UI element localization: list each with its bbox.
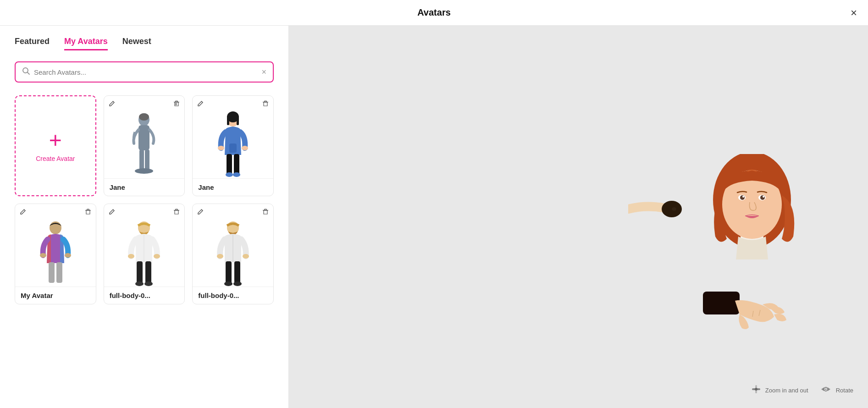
svg-rect-27 (56, 262, 62, 283)
avatar-card-jane-1[interactable]: Jane (104, 95, 185, 196)
fullbody-2-name: full-body-0... (193, 287, 273, 304)
svg-rect-41 (265, 209, 267, 210)
card-actions-fullbody-1 (108, 208, 181, 217)
svg-line-1 (28, 72, 30, 75)
avatar-card-fullbody-1[interactable]: full-body-0... (104, 204, 185, 304)
svg-point-22 (233, 172, 240, 177)
avatar-head-3d (702, 154, 802, 261)
svg-rect-6 (139, 149, 144, 170)
avatar-hand-right-3d (703, 292, 795, 353)
svg-rect-34 (137, 261, 143, 283)
edit-my-avatar-button[interactable] (19, 208, 27, 217)
svg-rect-14 (227, 116, 229, 125)
svg-point-29 (65, 253, 71, 258)
card-actions-jane-2 (196, 99, 270, 109)
close-button[interactable]: × (851, 7, 857, 18)
svg-point-47 (233, 281, 242, 286)
jane-2-name: Jane (193, 178, 273, 196)
svg-point-37 (144, 281, 153, 286)
search-box: × (15, 61, 274, 83)
svg-point-39 (154, 254, 160, 259)
svg-rect-19 (227, 154, 232, 175)
rotate-control-hint: Rotate (819, 384, 853, 397)
avatar-grid: + Create Avatar (15, 95, 274, 304)
svg-point-60 (672, 207, 676, 211)
delete-jane-2-button[interactable] (261, 99, 270, 109)
svg-point-68 (825, 389, 826, 390)
card-actions-jane-1 (108, 99, 181, 109)
delete-my-avatar-button[interactable] (84, 208, 92, 217)
svg-rect-15 (237, 116, 239, 125)
svg-point-21 (226, 172, 233, 177)
zoom-label: Zoom in and out (765, 387, 808, 394)
delete-jane-1-button[interactable] (172, 99, 181, 109)
avatar-hand-left-3d (628, 191, 683, 229)
tab-my-avatars[interactable]: My Avatars (64, 37, 108, 50)
svg-rect-35 (145, 261, 151, 283)
viewer-controls: Zoom in and out Rotate (751, 384, 853, 397)
svg-rect-3 (176, 101, 178, 102)
left-panel: Featured My Avatars Newest × + Create Av… (0, 26, 289, 408)
svg-rect-61 (703, 292, 740, 314)
delete-fullbody-2-button[interactable] (261, 208, 270, 217)
rotate-label: Rotate (836, 387, 853, 394)
3d-viewer: Zoom in and out Rotate (289, 26, 868, 408)
my-avatar-name: My Avatar (15, 287, 96, 304)
svg-point-38 (128, 254, 134, 259)
svg-point-9 (139, 113, 149, 121)
modal-header: Avatars × (0, 0, 868, 26)
svg-rect-11 (265, 101, 267, 102)
svg-rect-5 (138, 125, 149, 150)
svg-point-46 (224, 281, 232, 286)
svg-point-17 (218, 146, 224, 150)
svg-point-57 (742, 196, 744, 198)
svg-point-18 (242, 146, 248, 150)
svg-point-48 (217, 254, 223, 259)
delete-fullbody-1-button[interactable] (172, 208, 181, 217)
edit-jane-1-button[interactable] (108, 99, 116, 109)
svg-point-36 (135, 281, 144, 286)
rotate-icon (819, 384, 832, 397)
svg-rect-16 (229, 143, 237, 153)
zoom-icon (751, 384, 762, 397)
modal-body: Featured My Avatars Newest × + Create Av… (0, 26, 868, 408)
svg-point-8 (135, 168, 153, 174)
tabs-container: Featured My Avatars Newest (15, 37, 274, 50)
card-actions-fullbody-2 (196, 208, 270, 217)
card-actions-my-avatar (19, 208, 92, 217)
svg-rect-20 (234, 154, 239, 175)
tab-newest[interactable]: Newest (122, 37, 151, 50)
svg-point-58 (763, 196, 764, 198)
svg-point-49 (243, 254, 249, 259)
search-icon (22, 67, 30, 77)
svg-rect-44 (226, 261, 232, 283)
tab-featured[interactable]: Featured (15, 37, 50, 50)
svg-point-55 (740, 195, 745, 200)
avatar-card-jane-2[interactable]: Jane (192, 95, 274, 196)
avatar-card-fullbody-2[interactable]: full-body-0... (192, 204, 274, 304)
jane-1-name: Jane (104, 178, 185, 196)
svg-rect-45 (234, 261, 240, 283)
avatar-card-my-avatar[interactable]: My Avatar (15, 204, 96, 304)
svg-point-56 (760, 195, 765, 200)
svg-rect-7 (145, 149, 149, 170)
search-clear-icon[interactable]: × (261, 67, 266, 77)
edit-jane-2-button[interactable] (196, 99, 205, 109)
svg-rect-24 (87, 209, 89, 210)
search-input[interactable] (34, 68, 258, 76)
create-avatar-label: Create Avatar (36, 155, 75, 162)
zoom-control-hint: Zoom in and out (751, 384, 808, 397)
create-avatar-card[interactable]: + Create Avatar (15, 95, 96, 196)
svg-rect-31 (176, 209, 178, 210)
edit-fullbody-1-button[interactable] (108, 208, 116, 217)
svg-rect-26 (49, 262, 55, 283)
edit-fullbody-2-button[interactable] (196, 208, 205, 217)
svg-point-28 (40, 253, 46, 258)
svg-point-66 (755, 388, 757, 391)
fullbody-1-name: full-body-0... (104, 287, 185, 304)
create-plus-icon: + (49, 129, 62, 151)
modal-title: Avatars (417, 7, 451, 18)
